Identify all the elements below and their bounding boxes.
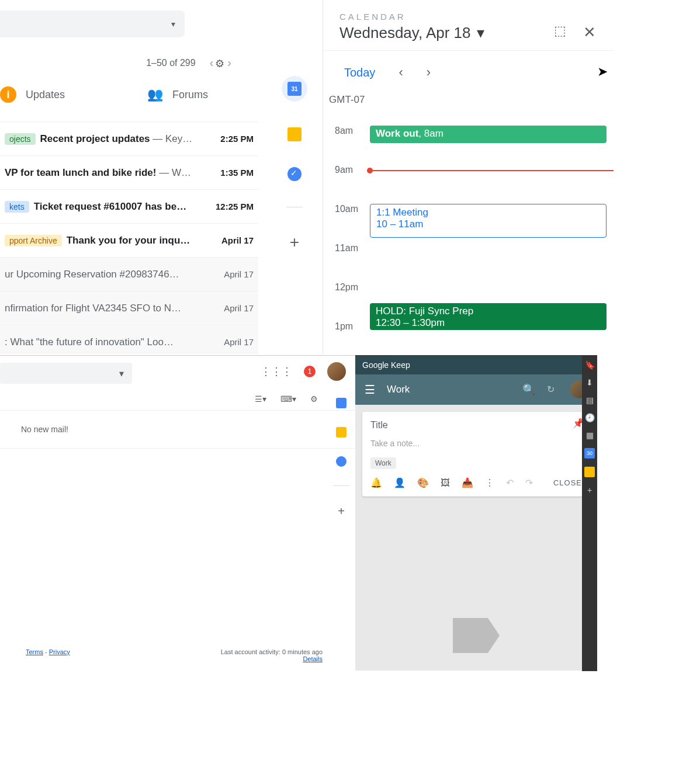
note-body-input[interactable]: Take a note...	[370, 439, 582, 448]
calendar-icon[interactable]: 31	[282, 76, 307, 102]
note-card[interactable]: 📌 Title Take a note... Work 🔔 👤 🎨 🖼 📥 ⋮ …	[362, 412, 590, 496]
hour-label: 12pm	[335, 282, 358, 293]
close-button[interactable]: CLOSE	[553, 478, 582, 487]
tasks-icon[interactable]	[336, 456, 346, 467]
collaborator-icon[interactable]: 👤	[394, 477, 406, 488]
image-icon[interactable]: 🖼	[441, 478, 450, 488]
add-icon[interactable]: +	[290, 233, 299, 252]
notification-badge[interactable]: 1	[304, 366, 316, 377]
extension-rail: 🔖 ⬇ ▤ 🕘 ▦ 30 +	[582, 356, 597, 671]
hour-label: 1pm	[335, 321, 353, 332]
message-label: pport Archive	[5, 235, 62, 246]
gmail-inbox-panel: ▾ 1–50 of 299 ‹ › ⚙ i Updates 👥 Forums o…	[0, 0, 323, 354]
bookmark-icon[interactable]: 🔖	[585, 360, 595, 370]
gmail-empty-panel: ▾ ⋮⋮⋮ 1 ☰▾ ⌨▾ ⚙ No new mail! + Terms - P…	[0, 355, 355, 671]
message-time: April 17	[221, 235, 254, 245]
message-row[interactable]: ur Upcoming Reservation #20983746…April …	[0, 257, 258, 291]
prev-day[interactable]: ‹	[398, 65, 403, 80]
density-icon[interactable]: ☰▾	[255, 394, 266, 404]
avatar[interactable]	[327, 362, 346, 381]
download-icon[interactable]: ⬇	[586, 378, 593, 387]
search-dropdown[interactable]: ▾	[0, 11, 185, 37]
redo-icon[interactable]: ↷	[525, 477, 533, 488]
page-count: 1–50 of 299	[146, 58, 196, 68]
message-label: ojects	[5, 133, 36, 145]
no-mail-message: No new mail!	[0, 411, 355, 449]
message-time: April 17	[224, 303, 254, 313]
menu-icon[interactable]: ☰	[365, 383, 375, 397]
keep-icon[interactable]	[287, 127, 302, 141]
event-workout[interactable]: Work out, 8am	[370, 126, 607, 143]
add-icon[interactable]: +	[587, 485, 592, 495]
video-icon[interactable]: ▦	[586, 430, 594, 440]
message-subject: ur Upcoming Reservation #20983746…	[5, 269, 254, 280]
keep-titlebar: Google Keep ⌂	[355, 356, 597, 374]
divider	[333, 485, 349, 486]
message-row[interactable]: nfirmation for Flight VA2345 SFO to N…Ap…	[0, 291, 258, 325]
calendar-icon[interactable]: 30	[584, 448, 595, 459]
input-icon[interactable]: ⌨▾	[280, 394, 296, 404]
message-time: April 17	[224, 337, 254, 347]
terms-link[interactable]: Terms	[26, 648, 43, 655]
note-tag[interactable]: Work	[370, 457, 396, 469]
tab-updates[interactable]: i Updates	[0, 86, 65, 103]
next-page[interactable]: ›	[227, 56, 231, 70]
keep-icon[interactable]	[336, 427, 346, 437]
palette-icon[interactable]: 🎨	[417, 477, 429, 488]
apps-icon[interactable]: ⋮⋮⋮	[261, 365, 292, 378]
hour-label: 11am	[335, 243, 358, 253]
add-icon[interactable]: +	[338, 505, 345, 518]
calendar-title: CALENDAR	[339, 12, 597, 22]
close-icon[interactable]: ✕	[583, 23, 596, 41]
next-day[interactable]: ›	[427, 65, 431, 80]
hour-label: 9am	[335, 165, 353, 175]
message-time: 12:25 PM	[216, 202, 254, 211]
activity-text: Last account activity: 0 minutes ago	[221, 648, 323, 655]
keep-icon[interactable]	[584, 467, 595, 477]
history-icon[interactable]: 🕘	[585, 413, 595, 422]
keep-panel: Google Keep ⌂ ☰ Work 🔍 ↻ 📌 Title Take a …	[355, 355, 597, 671]
message-row[interactable]: : What "the future of innovation" Loo…Ap…	[0, 325, 258, 354]
message-row[interactable]: ketsTicket request #610007 has be…12:25 …	[0, 189, 258, 223]
category-tabs: i Updates 👥 Forums	[0, 86, 208, 103]
details-link[interactable]: Details	[303, 655, 323, 662]
message-row[interactable]: ojectsRecent project updates — Key…2:25 …	[0, 121, 258, 155]
toolbar: ☰▾ ⌨▾ ⚙	[0, 387, 355, 411]
note-toolbar: 🔔 👤 🎨 🖼 📥 ⋮ ↶ ↷ CLOSE	[370, 477, 582, 488]
keep-header: ☰ Work 🔍 ↻	[355, 374, 597, 405]
info-icon: i	[0, 86, 16, 103]
search-icon[interactable]: 🔍	[522, 383, 535, 396]
privacy-link[interactable]: Privacy	[49, 648, 70, 655]
event-hold[interactable]: HOLD: Fuji Sync Prep12:30 – 1:30pm	[370, 303, 607, 330]
prev-page[interactable]: ‹	[210, 56, 214, 70]
search-dropdown[interactable]: ▾	[0, 363, 132, 384]
message-row[interactable]: pport ArchiveThank you for your inqu…Apr…	[0, 223, 258, 257]
empty-label-icon	[453, 618, 500, 653]
message-label: kets	[5, 201, 29, 213]
message-row[interactable]: VP for team lunch and bike ride! — W…1:3…	[0, 155, 258, 189]
settings-icon[interactable]: ⚙	[215, 57, 224, 70]
today-button[interactable]: Today	[344, 66, 375, 79]
message-time: April 17	[224, 269, 254, 279]
dropdown-icon: ▾	[171, 19, 175, 29]
timezone-label: GMT-07	[323, 86, 614, 106]
tab-label: Forums	[172, 89, 208, 101]
mini-side-icons: +	[332, 398, 351, 518]
section-title: Work	[387, 384, 511, 395]
tab-forums[interactable]: 👥 Forums	[147, 86, 208, 103]
settings-icon[interactable]: ⚙	[310, 394, 318, 404]
open-external-icon[interactable]: ⬚	[554, 23, 569, 39]
note-title-input[interactable]: Title	[370, 420, 582, 430]
refresh-icon[interactable]: ↻	[547, 384, 559, 395]
more-icon[interactable]: ⋮	[485, 477, 494, 488]
reminder-icon[interactable]: 🔔	[370, 477, 382, 488]
message-subject: VP for team lunch and bike ride! — W…	[5, 167, 254, 179]
undo-icon[interactable]: ↶	[506, 477, 514, 488]
tab-label: Updates	[26, 89, 65, 101]
note-icon[interactable]: ▤	[586, 395, 594, 405]
message-time: 2:25 PM	[220, 134, 254, 144]
event-meeting[interactable]: 1:1 Meeting10 – 11am	[370, 204, 607, 238]
tasks-icon[interactable]	[287, 167, 302, 181]
archive-icon[interactable]: 📥	[462, 477, 473, 488]
calendar-icon[interactable]	[336, 398, 346, 408]
